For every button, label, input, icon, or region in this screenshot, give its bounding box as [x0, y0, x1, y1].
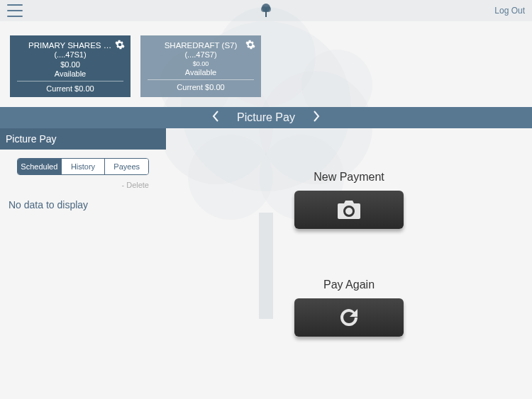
account-number: (....47S7) — [148, 50, 254, 59]
chevron-right-icon[interactable] — [309, 110, 323, 125]
segment-payees[interactable]: Payees — [104, 159, 148, 174]
account-balance: $0.00 — [17, 60, 123, 69]
app-logo — [260, 1, 272, 20]
segment-history[interactable]: History — [61, 159, 105, 174]
segment-control: Scheduled History Payees — [17, 158, 149, 175]
pay-again-button[interactable] — [294, 298, 404, 337]
gear-icon[interactable] — [245, 40, 255, 51]
feature-bar: Picture Pay — [0, 107, 532, 128]
account-card-secondary[interactable]: SHAREDRAFT (S7) (....47S7) $0.00 Availab… — [140, 35, 261, 97]
content-area: New Payment Pay Again — [166, 128, 532, 383]
app-header: Log Out — [0, 0, 532, 21]
svg-point-12 — [265, 6, 271, 12]
account-number: (....47S1) — [17, 50, 123, 59]
camera-icon — [336, 199, 362, 220]
refresh-icon — [338, 306, 360, 329]
pay-again-label: Pay Again — [294, 279, 404, 291]
account-name: PRIMARY SHARES (.... — [17, 41, 123, 50]
no-data-message: No data to display — [0, 192, 166, 218]
delete-link[interactable]: - Delete — [0, 181, 166, 192]
account-name: SHAREDRAFT (S7) — [148, 41, 254, 50]
new-payment-label: New Payment — [294, 171, 404, 184]
available-label: Available — [148, 68, 254, 77]
current-balance: Current $0.00 — [17, 84, 123, 93]
current-balance: Current $0.00 — [148, 83, 254, 91]
sidebar: Picture Pay Scheduled History Payees - D… — [0, 128, 166, 383]
feature-title: Picture Pay — [237, 111, 295, 124]
svg-rect-9 — [265, 11, 267, 17]
sidebar-header: Picture Pay — [0, 128, 166, 150]
account-card-primary[interactable]: PRIMARY SHARES (.... (....47S1) $0.00 Av… — [10, 35, 131, 97]
account-balance: $0.00 — [148, 60, 254, 67]
new-payment-button[interactable] — [294, 191, 404, 229]
chevron-left-icon[interactable] — [209, 110, 223, 125]
menu-icon[interactable] — [7, 4, 23, 17]
logout-link[interactable]: Log Out — [494, 6, 525, 16]
gear-icon[interactable] — [115, 40, 125, 51]
available-label: Available — [17, 69, 123, 78]
segment-scheduled[interactable]: Scheduled — [18, 159, 61, 174]
accounts-row: PRIMARY SHARES (.... (....47S1) $0.00 Av… — [0, 21, 532, 107]
